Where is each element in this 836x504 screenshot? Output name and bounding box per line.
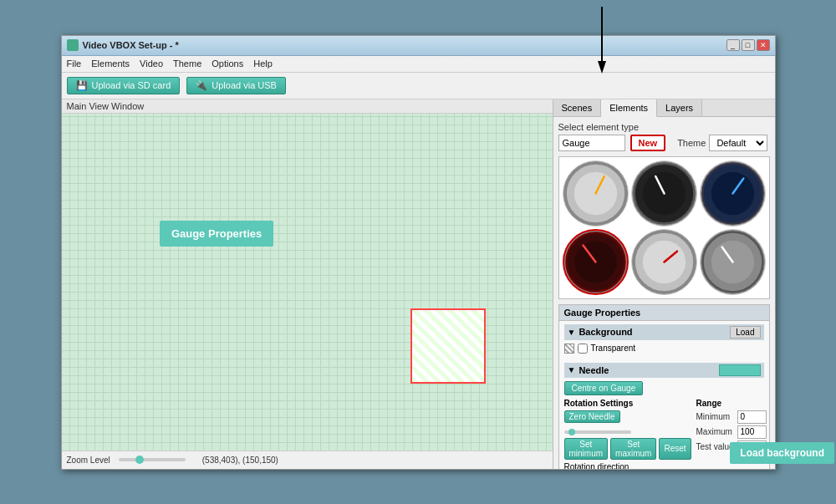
gauge-thumb-3[interactable]	[700, 160, 766, 227]
app-icon	[67, 39, 79, 51]
centre-on-gauge-button[interactable]: Centre on Gauge	[564, 381, 644, 395]
window-title: Video VBOX Set-up - *	[83, 40, 179, 50]
zero-needle-button[interactable]: Zero Needle	[564, 410, 620, 423]
minimum-input[interactable]	[737, 410, 767, 424]
menu-help[interactable]: Help	[253, 59, 273, 69]
tab-scenes[interactable]: Scenes	[553, 99, 602, 116]
gauge-properties-callout: Gauge Properties	[160, 221, 273, 247]
maximum-row: Maximum	[696, 425, 775, 439]
load-background-button[interactable]: Load	[730, 326, 760, 339]
transparent-row: Transparent	[564, 344, 764, 354]
needle-slider[interactable]	[564, 430, 631, 434]
menu-bar: File Elements Video Theme Options Help	[62, 56, 775, 73]
gauge-thumb-2[interactable]	[631, 160, 697, 227]
needle-header: ▼ Needle	[564, 363, 764, 378]
element-type-label: Select element type	[558, 122, 770, 132]
menu-options[interactable]: Options	[212, 59, 243, 69]
main-window: Video VBOX Set-up - * _ □ ✕ File Element…	[61, 35, 776, 470]
background-label: Background	[579, 327, 632, 337]
element-type-select[interactable]: Gauge	[558, 135, 625, 151]
menu-elements[interactable]: Elements	[91, 59, 130, 69]
triangle-icon: ▼	[568, 328, 576, 337]
right-panel: Scenes Elements Layers Select element ty…	[553, 99, 775, 469]
rotation-direction-label: Rotation direction	[564, 462, 691, 469]
reset-button[interactable]: Reset	[659, 438, 691, 460]
gauge-thumb-5[interactable]	[631, 229, 697, 295]
status-bar: Zoom Level (538,403), (150,150)	[62, 451, 553, 469]
load-background-callout-container: Load background	[730, 442, 834, 464]
window-controls: _ □ ✕	[726, 39, 770, 51]
usb-icon: 🔌	[196, 80, 207, 91]
tab-elements[interactable]: Elements	[601, 99, 657, 117]
theme-label: Theme	[677, 138, 706, 148]
upload-sd-button[interactable]: 💾 Upload via SD card	[67, 77, 181, 94]
test-value-label: Test value	[696, 442, 734, 451]
upload-usb-button[interactable]: 🔌 Upload via USB	[186, 77, 286, 94]
gauge-properties-title: Gauge Properties	[559, 305, 769, 321]
gauge-thumbnails	[558, 156, 770, 299]
title-bar-left: Video VBOX Set-up - *	[67, 39, 179, 51]
coordinates-display: (538,403), (150,150)	[202, 456, 278, 465]
background-section: ▼ Background Load Transparent	[559, 321, 769, 359]
right-content: Select element type Gauge New Theme Defa…	[553, 117, 775, 469]
gauge-thumb-6[interactable]	[700, 229, 766, 295]
zoom-thumb	[135, 456, 144, 464]
maximize-button[interactable]: □	[742, 39, 755, 51]
needle-color-swatch	[719, 364, 761, 376]
menu-file[interactable]: File	[67, 59, 82, 69]
transparent-checkbox[interactable]	[578, 344, 588, 354]
new-element-button[interactable]: New	[630, 135, 666, 151]
theme-select[interactable]: Default	[709, 135, 767, 151]
sd-icon: 💾	[76, 80, 88, 91]
zoom-label: Zoom Level	[67, 456, 110, 465]
minimize-button[interactable]: _	[726, 39, 740, 51]
needle-label: Needle	[579, 365, 609, 375]
min-max-reset-row: Set minimum Set maximum Reset	[564, 438, 691, 460]
background-header: ▼ Background Load	[564, 324, 764, 340]
maximum-label: Maximum	[696, 427, 734, 436]
menu-video[interactable]: Video	[140, 59, 163, 69]
title-bar: Video VBOX Set-up - * _ □ ✕	[62, 36, 775, 56]
range-label: Range	[696, 399, 775, 408]
menu-theme[interactable]: Theme	[173, 59, 201, 69]
zoom-slider[interactable]	[119, 458, 186, 461]
gauge-thumb-1[interactable]	[563, 160, 629, 227]
minimum-row: Minimum	[696, 410, 775, 424]
rotation-left: Rotation Settings Zero Needle	[564, 399, 691, 469]
transparent-indicator	[564, 344, 574, 354]
left-panel: Main View Window Gauge Properties Zoom L…	[62, 99, 553, 469]
needle-slider-thumb	[568, 429, 575, 435]
rotation-settings-label: Rotation Settings	[564, 399, 691, 408]
gauge-element[interactable]	[410, 308, 486, 384]
theme-group: Theme Default	[677, 135, 767, 151]
toolbar: 💾 Upload via SD card 🔌 Upload via USB	[62, 73, 775, 99]
canvas-area[interactable]: Gauge Properties	[62, 114, 553, 451]
set-maximum-button[interactable]: Set maximum	[610, 438, 656, 460]
needle-triangle-icon: ▼	[568, 365, 576, 374]
element-type-row: Gauge New Theme Default	[558, 135, 770, 151]
gauge-thumb-4[interactable]	[563, 229, 629, 295]
set-minimum-button[interactable]: Set minimum	[564, 438, 609, 460]
main-content: Main View Window Gauge Properties Zoom L…	[62, 99, 775, 469]
tab-layers[interactable]: Layers	[657, 99, 702, 116]
minimum-label: Minimum	[696, 412, 734, 421]
load-background-callout: Load background	[730, 442, 834, 464]
close-button[interactable]: ✕	[757, 39, 770, 51]
transparent-label: Transparent	[591, 344, 636, 353]
maximum-input[interactable]	[737, 425, 767, 439]
main-view-label: Main View Window	[62, 99, 553, 114]
right-tabs: Scenes Elements Layers	[553, 99, 775, 117]
